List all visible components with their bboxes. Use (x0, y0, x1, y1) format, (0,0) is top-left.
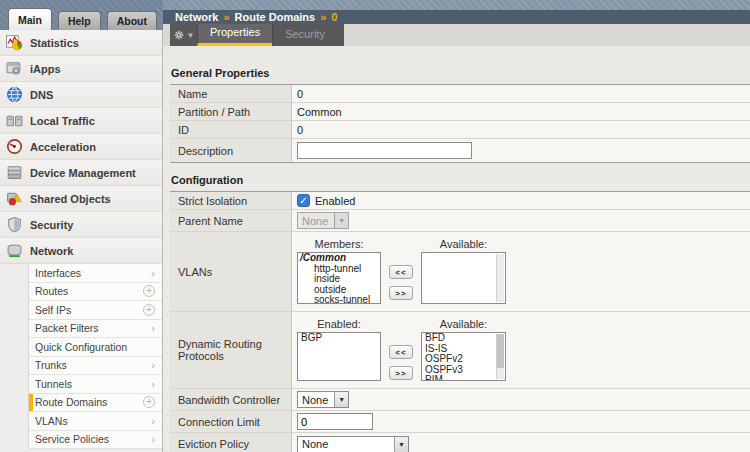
acceleration-icon (6, 138, 23, 155)
sidebar-item-device-management[interactable]: Device Management (0, 160, 162, 186)
dropdown-arrow-icon: ▼ (394, 437, 408, 452)
breadcrumb-separator: » (320, 11, 326, 23)
sidebar-subitem-route-domains[interactable]: Route Domains+ (29, 394, 162, 413)
move-right-button[interactable]: >> (389, 286, 413, 300)
listbox-option[interactable]: OSPFv2 (422, 354, 505, 365)
vlans-members-title: Members: (297, 235, 381, 252)
sidebar-item-label: Security (30, 219, 73, 231)
sidebar-subitem-label: VLANs (35, 415, 68, 427)
bandwidth-controller-select-value: None (298, 394, 334, 406)
move-left-button[interactable]: << (389, 345, 413, 359)
sidebar-subitem-label: Interfaces (35, 267, 81, 279)
sidebar-item-network[interactable]: Network (0, 238, 162, 264)
chevron-right-icon: › (151, 323, 155, 333)
sidebar-item-label: iApps (30, 63, 61, 75)
sidebar-item-dns[interactable]: DNS (0, 82, 162, 108)
dynamic-routing-enabled-title: Enabled: (297, 315, 381, 332)
sidebar-item-statistics[interactable]: Statistics (0, 30, 162, 56)
app-window: MainHelpAbout Network»Route Domains»0 ▼ … (0, 0, 750, 452)
sidebar-item-iapps[interactable]: iApps (0, 56, 162, 82)
configuration-title: Configuration (171, 174, 750, 186)
dns-icon (6, 86, 23, 103)
vlans-dual-list: Members: Available: /Commonhttp-tunnelin… (297, 234, 506, 309)
move-left-button[interactable]: << (389, 265, 413, 279)
chevron-right-icon: › (151, 360, 155, 370)
connection-limit-label: Connection Limit (170, 411, 292, 432)
name-value: 0 (292, 86, 750, 102)
vlans-members-listbox[interactable]: /Commonhttp-tunnelinsideoutsidesocks-tun… (297, 252, 381, 304)
top-tab-help[interactable]: Help (58, 11, 101, 30)
dns-icon (6, 86, 23, 103)
move-right-button[interactable]: >> (389, 366, 413, 380)
sidebar-subitem-label: Routes (35, 285, 68, 297)
sidebar-item-label: Local Traffic (30, 115, 95, 127)
sidebar-subitem-vlans[interactable]: VLANs› (29, 412, 162, 431)
network-icon (6, 242, 23, 259)
tab-security[interactable]: Security (272, 24, 337, 46)
parent-name-select[interactable]: None ▼ (297, 212, 349, 229)
parent-name-select-value: None (298, 215, 334, 227)
sidebar-subitem-routes[interactable]: Routes+ (29, 283, 162, 302)
page-tabstrip: ▼ PropertiesSecurity (163, 24, 750, 46)
connection-limit-input[interactable] (297, 413, 373, 430)
listbox-option[interactable]: socks-tunnel (298, 295, 380, 304)
table-row: Name 0 (170, 85, 750, 103)
sidebar-subitem-label: Service Policies (35, 433, 109, 445)
name-label: Name (170, 85, 292, 102)
top-tab-main[interactable]: Main (8, 8, 52, 30)
iapps-icon (6, 60, 23, 77)
vlans-available-listbox[interactable] (421, 252, 506, 304)
sidebar-subitem-trunks[interactable]: Trunks› (29, 357, 162, 376)
shared-objects-icon (6, 190, 23, 207)
partition-label: Partition / Path (170, 103, 292, 120)
sidebar-item-security[interactable]: Security (0, 212, 162, 238)
strict-isolation-checkbox[interactable]: ✓ (297, 194, 310, 207)
plus-circle-icon[interactable]: + (143, 396, 155, 408)
top-tab-about[interactable]: About (107, 11, 157, 30)
sidebar-subitem-label: Packet Filters (35, 322, 99, 334)
table-row: Strict Isolation ✓ Enabled (170, 192, 750, 210)
sidebar-item-label: Device Management (30, 167, 136, 179)
plus-circle-icon[interactable]: + (143, 304, 155, 316)
gear-icon (173, 29, 185, 41)
table-row: Partition / Path Common (170, 103, 750, 121)
sidebar-subitem-service-policies[interactable]: Service Policies› (29, 431, 162, 450)
sidebar-item-local-traffic[interactable]: Local Traffic (0, 108, 162, 134)
breadcrumb-route-domains[interactable]: Route Domains (235, 11, 316, 23)
bandwidth-controller-label: Bandwidth Controller (170, 389, 292, 410)
page-tabs: PropertiesSecurity (197, 24, 337, 46)
sidebar-subitem-label: Route Domains (35, 396, 107, 408)
sidebar-subitem-label: Self IPs (35, 304, 71, 316)
sidebar-subitem-self-ips[interactable]: Self IPs+ (29, 301, 162, 320)
page-tabbar: ▼ PropertiesSecurity (170, 24, 344, 46)
bandwidth-controller-select[interactable]: None ▼ (297, 391, 349, 408)
gear-menu-button[interactable]: ▼ (170, 24, 197, 46)
sidebar-item-label: Statistics (30, 37, 79, 49)
listbox-option[interactable]: PIM (422, 375, 505, 381)
network-icon (6, 242, 23, 259)
eviction-policy-select[interactable]: None ▼ (297, 436, 409, 452)
description-input[interactable] (297, 142, 472, 159)
dynamic-routing-available-listbox[interactable]: BFDIS-ISOSPFv2OSPFv3PIM (421, 332, 506, 381)
tab-properties[interactable]: Properties (197, 24, 272, 46)
chevron-right-icon: › (151, 434, 155, 444)
sidebar-subitem-quick-configuration[interactable]: Quick Configuration (29, 338, 162, 357)
sidebar-subitem-label: Trunks (35, 359, 67, 371)
sidebar-subitem-tunnels[interactable]: Tunnels› (29, 375, 162, 394)
listbox-option[interactable]: BFD (422, 333, 505, 344)
sidebar-subitem-interfaces[interactable]: Interfaces› (29, 264, 162, 283)
sidebar-submenu: Interfaces›Routes+Self IPs+Packet Filter… (28, 264, 162, 449)
strict-isolation-checkbox-label: Enabled (315, 195, 355, 207)
vlans-label: VLANs (170, 232, 292, 311)
listbox-option[interactable]: BGP (298, 333, 380, 344)
statistics-icon (6, 34, 23, 51)
plus-circle-icon[interactable]: + (143, 285, 155, 297)
sidebar-item-shared-objects[interactable]: Shared Objects (0, 186, 162, 212)
sidebar-subitem-packet-filters[interactable]: Packet Filters› (29, 320, 162, 339)
breadcrumb-network[interactable]: Network (175, 11, 218, 23)
shared-objects-icon (6, 190, 23, 207)
listbox-option[interactable]: inside (298, 274, 380, 285)
dynamic-routing-enabled-listbox[interactable]: BGP (297, 332, 381, 381)
breadcrumb: Network»Route Domains»0 (163, 10, 750, 24)
sidebar-item-acceleration[interactable]: Acceleration (0, 134, 162, 160)
